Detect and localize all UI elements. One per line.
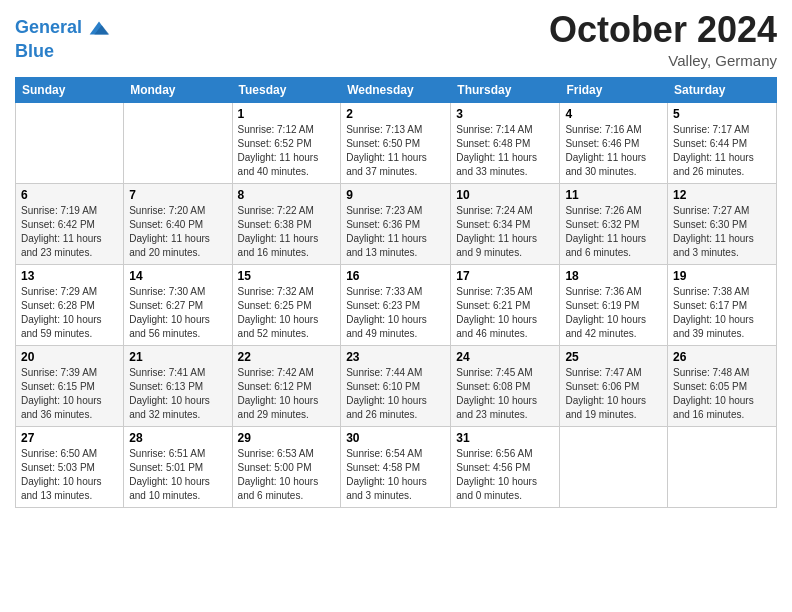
- weekday-header: Tuesday: [232, 77, 341, 102]
- calendar-cell: [16, 102, 124, 183]
- calendar-cell: 24Sunrise: 7:45 AMSunset: 6:08 PMDayligh…: [451, 345, 560, 426]
- header: General Blue October 2024 Valley, German…: [15, 10, 777, 69]
- logo: General Blue: [15, 14, 113, 62]
- calendar-cell: 15Sunrise: 7:32 AMSunset: 6:25 PMDayligh…: [232, 264, 341, 345]
- day-detail: Sunrise: 6:54 AMSunset: 4:58 PMDaylight:…: [346, 447, 445, 503]
- calendar-week-row: 1Sunrise: 7:12 AMSunset: 6:52 PMDaylight…: [16, 102, 777, 183]
- day-detail: Sunrise: 6:56 AMSunset: 4:56 PMDaylight:…: [456, 447, 554, 503]
- day-number: 3: [456, 107, 554, 121]
- day-detail: Sunrise: 7:33 AMSunset: 6:23 PMDaylight:…: [346, 285, 445, 341]
- calendar-cell: 9Sunrise: 7:23 AMSunset: 6:36 PMDaylight…: [341, 183, 451, 264]
- day-number: 9: [346, 188, 445, 202]
- day-number: 14: [129, 269, 226, 283]
- calendar-cell: 20Sunrise: 7:39 AMSunset: 6:15 PMDayligh…: [16, 345, 124, 426]
- calendar-cell: 1Sunrise: 7:12 AMSunset: 6:52 PMDaylight…: [232, 102, 341, 183]
- weekday-header: Friday: [560, 77, 668, 102]
- calendar-cell: 18Sunrise: 7:36 AMSunset: 6:19 PMDayligh…: [560, 264, 668, 345]
- day-number: 31: [456, 431, 554, 445]
- day-number: 17: [456, 269, 554, 283]
- calendar-cell: 29Sunrise: 6:53 AMSunset: 5:00 PMDayligh…: [232, 426, 341, 507]
- calendar-cell: [124, 102, 232, 183]
- calendar-page: General Blue October 2024 Valley, German…: [0, 0, 792, 612]
- weekday-header: Monday: [124, 77, 232, 102]
- calendar-cell: 23Sunrise: 7:44 AMSunset: 6:10 PMDayligh…: [341, 345, 451, 426]
- weekday-header: Saturday: [668, 77, 777, 102]
- day-detail: Sunrise: 7:23 AMSunset: 6:36 PMDaylight:…: [346, 204, 445, 260]
- day-number: 30: [346, 431, 445, 445]
- day-number: 22: [238, 350, 336, 364]
- day-detail: Sunrise: 7:19 AMSunset: 6:42 PMDaylight:…: [21, 204, 118, 260]
- calendar-cell: 10Sunrise: 7:24 AMSunset: 6:34 PMDayligh…: [451, 183, 560, 264]
- day-detail: Sunrise: 7:41 AMSunset: 6:13 PMDaylight:…: [129, 366, 226, 422]
- day-number: 21: [129, 350, 226, 364]
- day-number: 15: [238, 269, 336, 283]
- day-detail: Sunrise: 7:35 AMSunset: 6:21 PMDaylight:…: [456, 285, 554, 341]
- calendar-cell: 19Sunrise: 7:38 AMSunset: 6:17 PMDayligh…: [668, 264, 777, 345]
- calendar-cell: 7Sunrise: 7:20 AMSunset: 6:40 PMDaylight…: [124, 183, 232, 264]
- day-number: 26: [673, 350, 771, 364]
- day-detail: Sunrise: 7:30 AMSunset: 6:27 PMDaylight:…: [129, 285, 226, 341]
- day-detail: Sunrise: 7:48 AMSunset: 6:05 PMDaylight:…: [673, 366, 771, 422]
- day-detail: Sunrise: 7:26 AMSunset: 6:32 PMDaylight:…: [565, 204, 662, 260]
- day-detail: Sunrise: 7:22 AMSunset: 6:38 PMDaylight:…: [238, 204, 336, 260]
- calendar-cell: 14Sunrise: 7:30 AMSunset: 6:27 PMDayligh…: [124, 264, 232, 345]
- calendar-cell: 28Sunrise: 6:51 AMSunset: 5:01 PMDayligh…: [124, 426, 232, 507]
- calendar-cell: 12Sunrise: 7:27 AMSunset: 6:30 PMDayligh…: [668, 183, 777, 264]
- day-number: 19: [673, 269, 771, 283]
- day-number: 29: [238, 431, 336, 445]
- calendar-week-row: 27Sunrise: 6:50 AMSunset: 5:03 PMDayligh…: [16, 426, 777, 507]
- title-block: October 2024 Valley, Germany: [549, 10, 777, 69]
- day-detail: Sunrise: 6:53 AMSunset: 5:00 PMDaylight:…: [238, 447, 336, 503]
- day-number: 10: [456, 188, 554, 202]
- day-detail: Sunrise: 7:27 AMSunset: 6:30 PMDaylight:…: [673, 204, 771, 260]
- calendar-cell: 8Sunrise: 7:22 AMSunset: 6:38 PMDaylight…: [232, 183, 341, 264]
- day-number: 16: [346, 269, 445, 283]
- calendar-cell: 25Sunrise: 7:47 AMSunset: 6:06 PMDayligh…: [560, 345, 668, 426]
- day-number: 2: [346, 107, 445, 121]
- day-detail: Sunrise: 7:14 AMSunset: 6:48 PMDaylight:…: [456, 123, 554, 179]
- day-detail: Sunrise: 7:36 AMSunset: 6:19 PMDaylight:…: [565, 285, 662, 341]
- calendar-cell: 27Sunrise: 6:50 AMSunset: 5:03 PMDayligh…: [16, 426, 124, 507]
- logo-icon: [85, 14, 113, 42]
- day-number: 4: [565, 107, 662, 121]
- calendar-cell: [560, 426, 668, 507]
- calendar-cell: [668, 426, 777, 507]
- day-number: 8: [238, 188, 336, 202]
- day-detail: Sunrise: 7:39 AMSunset: 6:15 PMDaylight:…: [21, 366, 118, 422]
- day-detail: Sunrise: 7:29 AMSunset: 6:28 PMDaylight:…: [21, 285, 118, 341]
- day-detail: Sunrise: 7:44 AMSunset: 6:10 PMDaylight:…: [346, 366, 445, 422]
- weekday-header: Thursday: [451, 77, 560, 102]
- calendar-cell: 11Sunrise: 7:26 AMSunset: 6:32 PMDayligh…: [560, 183, 668, 264]
- day-detail: Sunrise: 7:20 AMSunset: 6:40 PMDaylight:…: [129, 204, 226, 260]
- calendar-cell: 21Sunrise: 7:41 AMSunset: 6:13 PMDayligh…: [124, 345, 232, 426]
- calendar-cell: 16Sunrise: 7:33 AMSunset: 6:23 PMDayligh…: [341, 264, 451, 345]
- day-number: 6: [21, 188, 118, 202]
- day-detail: Sunrise: 6:50 AMSunset: 5:03 PMDaylight:…: [21, 447, 118, 503]
- day-number: 27: [21, 431, 118, 445]
- day-number: 7: [129, 188, 226, 202]
- calendar-cell: 6Sunrise: 7:19 AMSunset: 6:42 PMDaylight…: [16, 183, 124, 264]
- calendar-table: SundayMondayTuesdayWednesdayThursdayFrid…: [15, 77, 777, 508]
- day-detail: Sunrise: 6:51 AMSunset: 5:01 PMDaylight:…: [129, 447, 226, 503]
- day-number: 12: [673, 188, 771, 202]
- day-detail: Sunrise: 7:13 AMSunset: 6:50 PMDaylight:…: [346, 123, 445, 179]
- weekday-header: Sunday: [16, 77, 124, 102]
- day-detail: Sunrise: 7:24 AMSunset: 6:34 PMDaylight:…: [456, 204, 554, 260]
- calendar-week-row: 20Sunrise: 7:39 AMSunset: 6:15 PMDayligh…: [16, 345, 777, 426]
- calendar-cell: 31Sunrise: 6:56 AMSunset: 4:56 PMDayligh…: [451, 426, 560, 507]
- day-number: 5: [673, 107, 771, 121]
- day-number: 24: [456, 350, 554, 364]
- calendar-cell: 3Sunrise: 7:14 AMSunset: 6:48 PMDaylight…: [451, 102, 560, 183]
- day-detail: Sunrise: 7:38 AMSunset: 6:17 PMDaylight:…: [673, 285, 771, 341]
- day-number: 25: [565, 350, 662, 364]
- day-number: 11: [565, 188, 662, 202]
- logo-text: General: [15, 18, 82, 38]
- calendar-cell: 13Sunrise: 7:29 AMSunset: 6:28 PMDayligh…: [16, 264, 124, 345]
- day-number: 28: [129, 431, 226, 445]
- day-number: 20: [21, 350, 118, 364]
- day-detail: Sunrise: 7:17 AMSunset: 6:44 PMDaylight:…: [673, 123, 771, 179]
- calendar-cell: 4Sunrise: 7:16 AMSunset: 6:46 PMDaylight…: [560, 102, 668, 183]
- calendar-cell: 5Sunrise: 7:17 AMSunset: 6:44 PMDaylight…: [668, 102, 777, 183]
- weekday-header-row: SundayMondayTuesdayWednesdayThursdayFrid…: [16, 77, 777, 102]
- calendar-cell: 26Sunrise: 7:48 AMSunset: 6:05 PMDayligh…: [668, 345, 777, 426]
